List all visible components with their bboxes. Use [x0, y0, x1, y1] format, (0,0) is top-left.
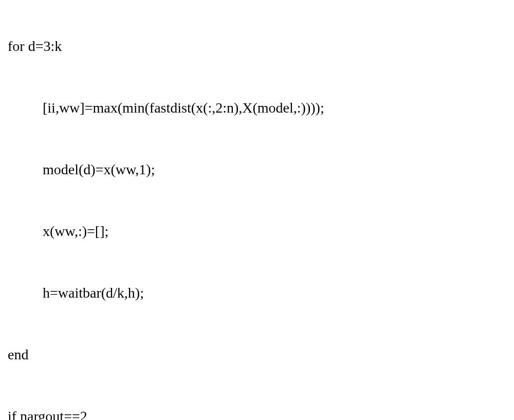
code-line: [ii,ww]=max(min(fastdist(x(:,2:n),X(mode… — [8, 101, 506, 115]
code-listing: for d=3:k [ii,ww]=max(min(fastdist(x(:,2… — [8, 10, 506, 420]
code-line: end — [8, 348, 506, 362]
code-line: if nargout==2 — [8, 409, 506, 420]
code-line: x(ww,:)=[]; — [8, 224, 506, 239]
code-line: for d=3:k — [8, 39, 506, 53]
code-line: model(d)=x(ww,1); — [8, 162, 506, 177]
code-line: h=waitbar(d/k,h); — [8, 286, 506, 300]
